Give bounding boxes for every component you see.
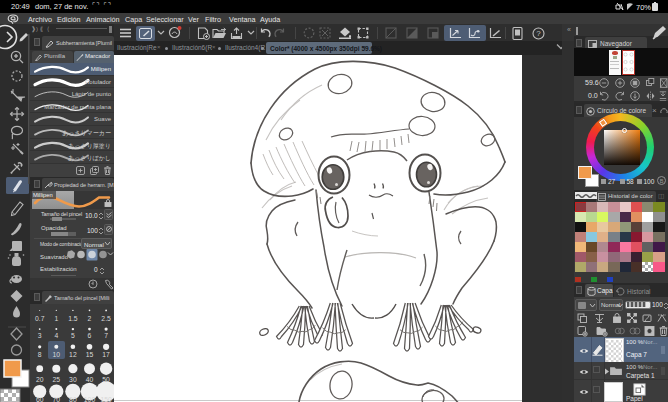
svg-text:12: 12 (69, 351, 77, 358)
svg-text:5: 5 (71, 332, 75, 339)
svg-text:80: 80 (69, 396, 77, 402)
svg-text:30: 30 (69, 376, 77, 383)
svg-text:6: 6 (88, 332, 92, 339)
svg-text:2.5: 2.5 (101, 315, 111, 322)
svg-text:0.7: 0.7 (35, 315, 45, 322)
svg-text:4: 4 (54, 332, 58, 339)
svg-text:8: 8 (38, 351, 42, 358)
svg-text:2: 2 (88, 315, 92, 322)
svg-text:20: 20 (36, 376, 44, 383)
svg-text:25: 25 (53, 376, 61, 383)
svg-text:1.5: 1.5 (68, 315, 78, 322)
svg-text:15: 15 (86, 351, 94, 358)
svg-text:3: 3 (38, 332, 42, 339)
svg-text:60: 60 (36, 396, 44, 402)
svg-text:70: 70 (53, 396, 61, 402)
svg-text:?: ? (536, 29, 541, 38)
svg-text:17: 17 (102, 351, 110, 358)
svg-text:10: 10 (53, 351, 61, 358)
svg-text:B: B (660, 178, 664, 184)
svg-text:7: 7 (104, 332, 108, 339)
svg-text:100: 100 (84, 396, 96, 402)
svg-text:40: 40 (86, 376, 94, 383)
svg-text:150: 150 (100, 396, 112, 402)
svg-text:1: 1 (54, 315, 58, 322)
